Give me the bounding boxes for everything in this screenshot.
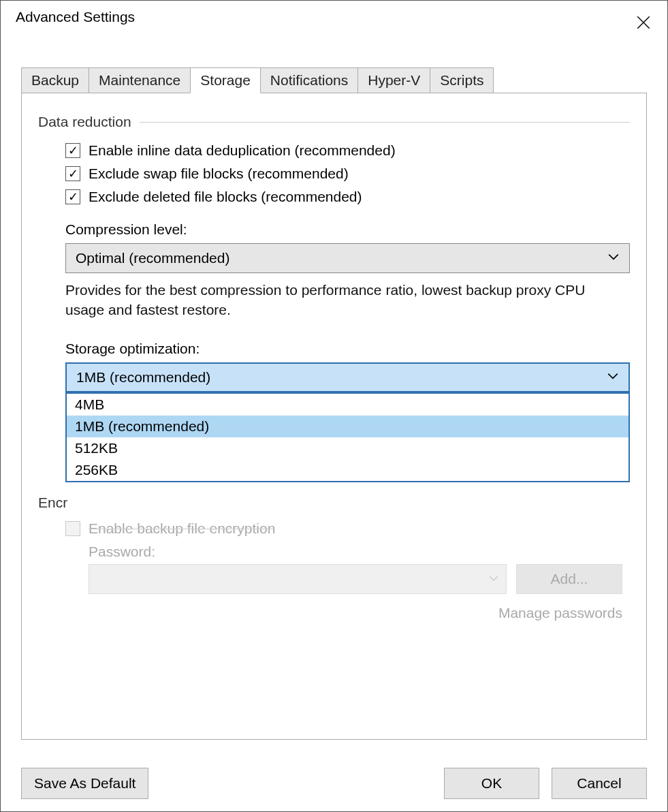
tab-hyperv[interactable]: Hyper-V [357,67,430,93]
tab-maintenance[interactable]: Maintenance [89,67,191,93]
storage-opt-combo[interactable]: 1MB (recommended) 4MB 1MB (recommended) … [65,362,630,392]
group-encryption: Encr [38,495,630,511]
storage-opt-option-256kb[interactable]: 256KB [67,459,629,481]
password-label: Password: [89,544,630,560]
group-encryption-label: Encr [38,495,67,511]
group-data-reduction: Data reduction [38,114,630,130]
chevron-down-icon [488,571,499,587]
checkbox-exclude-swap[interactable] [65,166,80,181]
storage-opt-dropdown: 4MB 1MB (recommended) 512KB 256KB [65,392,630,482]
group-data-reduction-label: Data reduction [38,114,131,130]
checkbox-exclude-swap-label: Exclude swap file blocks (recommended) [89,166,349,182]
divider [140,122,630,123]
password-combo [89,564,507,594]
compression-label: Compression level: [65,221,630,238]
close-icon[interactable] [628,12,659,33]
save-as-default-button[interactable]: Save As Default [21,768,148,799]
checkbox-encryption-label: Enable backup file encryption [89,520,275,537]
tab-scripts[interactable]: Scripts [430,67,494,93]
tab-panel-storage: Data reduction Enable inline data dedupl… [21,93,647,740]
storage-opt-option-512kb[interactable]: 512KB [67,437,629,459]
checkbox-encryption[interactable] [65,521,80,536]
compression-combo-value: Optimal (recommended) [76,250,229,266]
add-password-button: Add... [516,564,622,594]
tab-strip: Backup Maintenance Storage Notifications… [21,67,667,93]
cancel-button[interactable]: Cancel [552,768,647,799]
checkbox-exclude-deleted[interactable] [65,189,80,204]
storage-opt-label: Storage optimization: [65,341,630,357]
tab-storage[interactable]: Storage [190,67,261,93]
chevron-down-icon [607,369,619,386]
checkbox-exclude-deleted-label: Exclude deleted file blocks (recommended… [89,189,362,205]
tab-notifications[interactable]: Notifications [260,67,358,93]
storage-opt-combo-value: 1MB (recommended) [76,369,210,386]
dialog-title: Advanced Settings [16,9,135,25]
manage-passwords-link: Manage passwords [89,605,622,621]
compression-combo[interactable]: Optimal (recommended) [65,243,630,273]
checkbox-dedup-label: Enable inline data deduplication (recomm… [89,142,396,159]
compression-hint: Provides for the best compression to per… [65,280,624,320]
storage-opt-option-4mb[interactable]: 4MB [67,394,629,416]
ok-button[interactable]: OK [444,768,539,799]
storage-opt-option-1mb[interactable]: 1MB (recommended) [67,416,629,437]
tab-backup[interactable]: Backup [21,67,89,93]
checkbox-dedup[interactable] [65,143,80,158]
chevron-down-icon [607,250,620,266]
